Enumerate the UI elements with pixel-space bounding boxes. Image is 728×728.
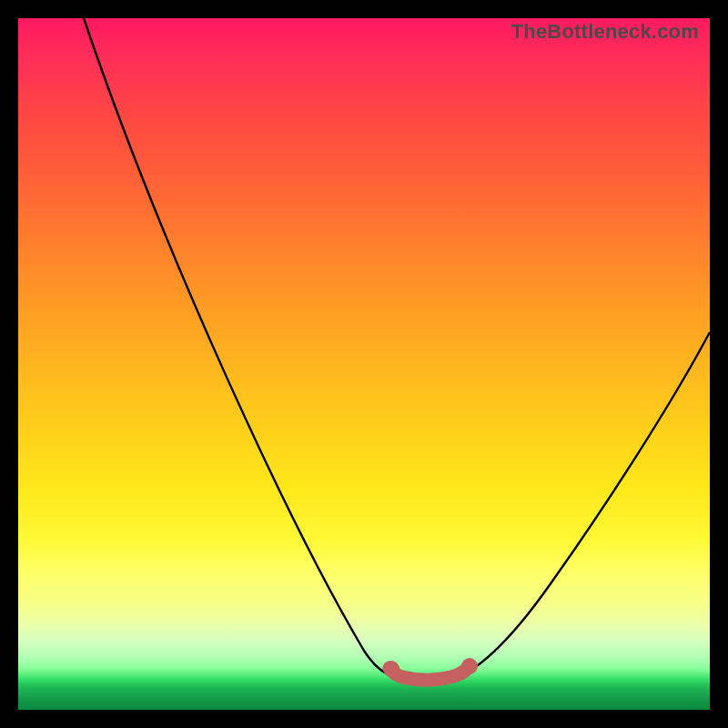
gradient-plot-area: TheBottleneck.com [18, 18, 710, 710]
curve-left-branch [84, 18, 391, 675]
valley-marker-dot-right [461, 658, 478, 674]
valley-marker-stroke [389, 666, 470, 680]
curve-right-branch [462, 332, 710, 675]
bottleneck-curve [18, 18, 710, 710]
valley-marker-dot-left [383, 661, 399, 677]
outer-frame: TheBottleneck.com [0, 0, 728, 728]
